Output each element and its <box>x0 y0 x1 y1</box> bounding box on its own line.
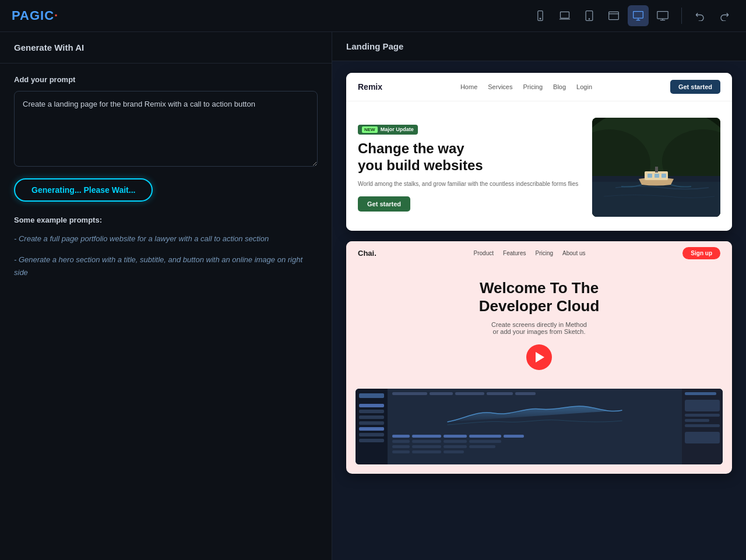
chai-nav-features: Features <box>503 250 526 256</box>
chai-nav-product: Product <box>474 250 494 256</box>
remix-hero-image <box>592 118 720 217</box>
right-panel: Landing Page Remix Home Services Pricing… <box>332 32 746 560</box>
remix-nav-blog: Blog <box>553 83 566 90</box>
chai-sidebar-mini <box>356 389 388 464</box>
svg-rect-5 <box>609 12 619 19</box>
chai-chart <box>392 399 677 428</box>
remix-badge-text: Major Update <box>381 126 414 132</box>
chai-main-area <box>388 389 682 464</box>
remix-badge-new: NEW <box>362 126 378 133</box>
chai-sidebar-item-2 <box>359 410 384 413</box>
remix-nav-links: Home Services Pricing Blog Login <box>460 83 592 90</box>
remix-nav-cta-button[interactable]: Get started <box>670 80 720 94</box>
chai-sidebar-item-7 <box>359 439 384 442</box>
device-monitor-btn[interactable] <box>652 5 673 26</box>
svg-rect-2 <box>561 12 569 18</box>
chai-right-panel-mini <box>682 389 723 464</box>
svg-rect-15 <box>648 174 652 178</box>
chai-title: Welcome To The Developer Cloud <box>358 279 720 315</box>
chai-nav-about: About us <box>562 250 585 256</box>
right-panel-header: Landing Page <box>332 32 746 61</box>
right-panel-content: Remix Home Services Pricing Blog Login G… <box>332 61 746 560</box>
chai-sidebar-logo <box>359 393 384 398</box>
left-panel: Generate With AI Add your prompt Generat… <box>0 32 332 560</box>
chai-signup-button[interactable]: Sign up <box>682 247 720 259</box>
chai-hero: Welcome To The Developer Cloud Create sc… <box>346 265 732 389</box>
device-laptop-btn[interactable] <box>554 5 575 26</box>
chai-sidebar-item-3 <box>359 415 384 419</box>
device-window-btn[interactable] <box>603 5 624 26</box>
device-phone-btn[interactable] <box>530 5 551 26</box>
chai-table-rows <box>392 435 677 453</box>
chai-preview-card: Chai. Product Features Pricing About us … <box>346 241 732 474</box>
examples-title: Some example prompts: <box>14 216 318 224</box>
svg-rect-16 <box>654 174 659 178</box>
redo-button[interactable] <box>715 6 734 26</box>
chai-dashboard-inner <box>356 389 723 464</box>
svg-point-1 <box>540 18 541 19</box>
remix-title: Change the way you build websites <box>358 140 580 174</box>
chai-nav-pricing: Pricing <box>536 250 554 256</box>
chai-nav: Chai. Product Features Pricing About us … <box>346 241 732 265</box>
remix-hero: NEW Major Update Change the way you buil… <box>346 101 732 231</box>
example-text-1: - Create a full page portfolio website f… <box>14 233 318 245</box>
generate-button[interactable]: Generating... Please Wait... <box>14 178 153 202</box>
remix-nav-pricing: Pricing <box>523 83 543 90</box>
device-tablet-btn[interactable] <box>579 5 600 26</box>
svg-rect-7 <box>657 12 668 19</box>
device-switcher <box>530 5 734 26</box>
chai-subtitle: Create screens directly in Method or add… <box>358 321 720 335</box>
prompt-textarea[interactable] <box>14 91 318 167</box>
remix-nav-login: Login <box>576 83 592 90</box>
chai-sidebar-item-5 <box>359 427 384 431</box>
svg-rect-17 <box>661 174 666 178</box>
chai-dashboard-preview <box>356 389 723 464</box>
chai-sidebar-item-1 <box>359 404 384 407</box>
logo-dot: · <box>54 8 58 23</box>
undo-redo-group <box>690 6 734 26</box>
svg-rect-18 <box>655 167 658 172</box>
left-panel-content: Add your prompt Generating... Please Wai… <box>0 64 332 560</box>
remix-nav-services: Services <box>488 83 512 90</box>
remix-badge: NEW Major Update <box>358 125 418 135</box>
remix-logo: Remix <box>358 82 382 91</box>
remix-hero-cta-button[interactable]: Get started <box>358 196 410 212</box>
undo-button[interactable] <box>690 6 710 26</box>
svg-rect-6 <box>634 12 643 19</box>
example-text-2: - Generate a hero section with a title, … <box>14 253 318 279</box>
prompt-section-title: Add your prompt <box>14 75 318 84</box>
chai-sidebar-item-6 <box>359 433 384 436</box>
remix-preview-card: Remix Home Services Pricing Blog Login G… <box>346 73 732 231</box>
device-desktop-btn[interactable] <box>628 5 649 26</box>
remix-hero-left: NEW Major Update Change the way you buil… <box>358 123 580 212</box>
play-icon <box>536 352 544 362</box>
logo-text: PAGIC <box>12 8 54 23</box>
main-layout: Generate With AI Add your prompt Generat… <box>0 32 746 560</box>
chai-logo: Chai. <box>358 249 376 258</box>
chai-play-button[interactable] <box>526 344 552 370</box>
chai-nav-links: Product Features Pricing About us <box>474 250 586 256</box>
chai-sidebar-item-4 <box>359 421 384 425</box>
topbar: PAGIC· <box>0 0 746 32</box>
remix-nav: Remix Home Services Pricing Blog Login G… <box>346 73 732 101</box>
remix-subtitle: World among the stalks, and grow familia… <box>358 179 580 188</box>
app-logo: PAGIC· <box>12 8 58 23</box>
svg-point-4 <box>589 19 589 19</box>
remix-nav-home: Home <box>460 83 477 90</box>
left-panel-header: Generate With AI <box>0 32 332 64</box>
